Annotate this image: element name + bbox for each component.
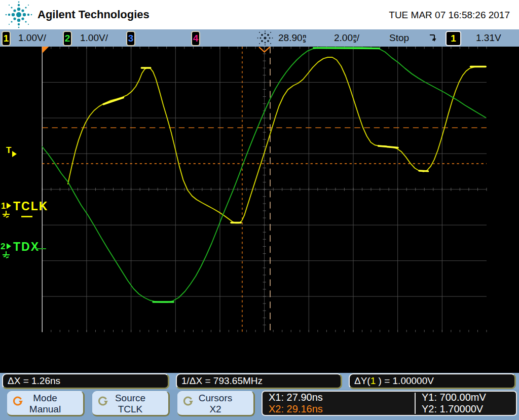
timebase-value: 2.00 [334,32,353,43]
datetime-display: TUE MAR 07 16:58:26 2017 [389,10,510,21]
graticule-grid [42,47,487,332]
cursor-y2-readout: Y2: 1.70000V [422,403,483,415]
trigger-edge-icon [428,32,437,44]
delay-value: 28.90 [278,32,303,43]
cursor-readout-box[interactable]: X1: 27.90ns X2: 29.16ns Y1: 700.00mV Y2:… [262,391,517,416]
trace-tclk-bright-segment [419,171,428,171]
channel-2-scale: 1.00V/ [80,32,108,44]
trace-tclk-bright-segment [379,146,398,148]
cursor-y1-readout: Y1: 700.00mV [422,392,486,403]
channel-4-number: 4 [193,33,199,44]
channel-2-ground-marker[interactable]: 2 [1,242,5,251]
softkey-source[interactable]: Source TCLK [92,391,170,416]
knob-arrow-icon [182,395,193,406]
delay-unit: ns [303,34,307,43]
softkey-mode[interactable]: Mode Manual [7,391,85,416]
channel-1-scale: 1.00V/ [18,32,46,44]
channel-3-badge[interactable]: 3 [126,31,135,46]
delay-readout[interactable]: 28.90ns [278,32,306,44]
brand-title: Agilent Technologies [38,8,150,21]
delta-y-channel-number: 1 [370,375,376,386]
trigger-source-badge[interactable]: 1 [446,31,461,46]
tclk-label-underline [21,216,32,217]
delta-y-readout: ΔY(1 ) = 1.00000V [349,373,516,389]
trigger-level-marker[interactable]: T [6,146,11,155]
delta-x-readout: ΔX = 1.26ns [2,373,169,389]
trace-label-tdx[interactable]: TDX [13,241,40,253]
channel-4-badge[interactable]: 4 [191,31,200,46]
status-bar: 1 1.00V/ 2 1.00V/ 3 4 28.90ns 2.00ns/ St… [0,29,519,47]
inverse-delta-x-readout: 1/ΔX = 793.65MHz [176,373,342,389]
cursor-x2-readout: X2: 29.16ns [269,403,323,415]
knob-arrow-icon [97,395,108,406]
trace-tdx-bright-segment [314,48,380,49]
channel-1-ground-marker[interactable]: 1 [1,202,6,210]
channel-1-ground-arrow-icon [7,203,11,209]
channel-2-badge[interactable]: 2 [63,31,72,46]
trace-tclk-bright-segment [103,98,123,104]
agilent-logo-icon [4,1,33,29]
channel-1-ground-icon [2,211,11,221]
tdx-label-pointer [35,248,46,249]
oscilloscope-screen: Agilent Technologies TUE MAR 07 16:58:26… [0,0,519,420]
timebase-readout[interactable]: 2.00ns/ [334,32,359,44]
channel-2-number: 2 [65,33,70,44]
channel-1-number: 1 [4,33,9,44]
trigger-level[interactable]: 1.31V [476,32,501,44]
trigger-level-arrow-icon [12,151,17,157]
spark-icon [256,30,274,46]
trigger-offscreen-corner-icon [42,47,49,53]
waveform-display: T 1 2 TCLK TDX [0,47,519,373]
header-bar: Agilent Technologies TUE MAR 07 16:58:26… [0,0,519,29]
cursor-x1-readout: X1: 27.90ns [269,392,323,403]
softkey-menu: Mode Manual Source TCLK Cursors X2 X1: 2… [0,390,519,420]
knob-arrow-icon [12,395,23,406]
readout-divider [415,393,416,414]
trace-label-tclk[interactable]: TCLK [13,201,48,212]
timebase-unit: ns [353,34,357,43]
measurement-bar: ΔX = 1.26ns 1/ΔX = 793.65MHz ΔY(1 ) = 1.… [0,373,519,390]
graticule-svg [0,47,519,373]
acquisition-state: Stop [389,32,409,44]
trigger-source-number: 1 [451,33,456,44]
channel-1-badge[interactable]: 1 [2,31,11,46]
channel-2-ground-icon [2,251,11,261]
softkey-cursors[interactable]: Cursors X2 [177,391,255,416]
channel-3-number: 3 [128,33,134,44]
channel-2-ground-arrow-icon [7,243,11,249]
